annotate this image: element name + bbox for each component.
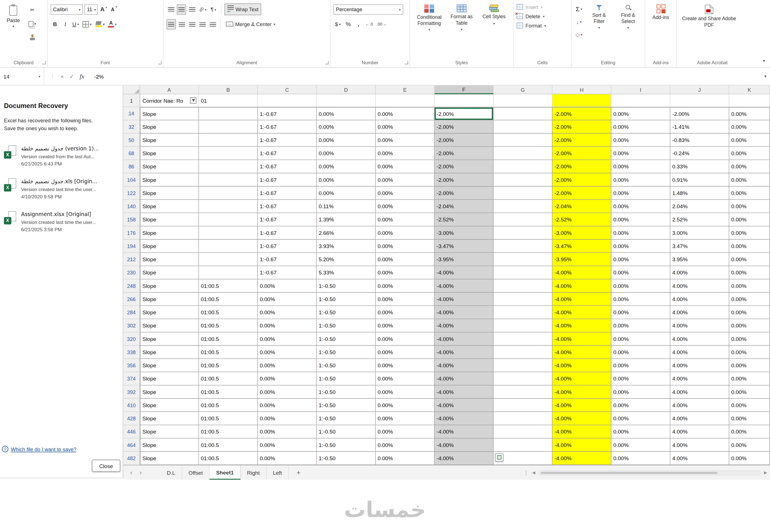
cell-D428[interactable]: 1:-0.50 (317, 412, 376, 425)
cell-C446[interactable]: 0.00% (258, 425, 317, 439)
cell-I374[interactable]: 0.00% (611, 372, 670, 386)
cell-I86[interactable]: 0.00% (611, 160, 670, 173)
cell-E356[interactable]: 0.00% (376, 359, 435, 372)
cell-J140[interactable]: 2.04% (670, 200, 729, 213)
cell-I1[interactable] (611, 94, 670, 107)
cell-G302[interactable] (494, 319, 553, 333)
cell-D392[interactable]: 1:-0.50 (317, 386, 376, 399)
cell-E266[interactable]: 0.00% (376, 293, 435, 306)
cell-A284[interactable]: Slope (140, 306, 199, 319)
row-header-464[interactable]: 464 (123, 439, 140, 452)
row-header-140[interactable]: 140 (123, 200, 140, 213)
cell-A338[interactable]: Slope (140, 346, 199, 359)
cell-J410[interactable]: 4.00% (670, 399, 729, 412)
cell-I140[interactable]: 0.00% (611, 200, 670, 213)
cell-G266[interactable] (494, 293, 553, 306)
cell-F86[interactable]: -2.00% (435, 160, 494, 173)
filter-dropdown-icon[interactable] (190, 97, 196, 104)
cell-A50[interactable]: Slope (140, 134, 199, 147)
cell-G140[interactable] (494, 200, 553, 213)
cell-styles-button[interactable]: Cell Styles ▾ (478, 3, 510, 31)
cell-C230[interactable]: 1:-0.67 (258, 266, 317, 279)
cell-C356[interactable]: 0.00% (258, 359, 317, 372)
cell-H194[interactable]: -3.47% (553, 240, 611, 253)
cell-C302[interactable]: 0.00% (258, 319, 317, 333)
cell-B338[interactable]: 01:00.5 (199, 346, 258, 359)
cell-H50[interactable]: -2.00% (553, 134, 611, 147)
column-header-A[interactable]: A (140, 86, 199, 95)
cell-E140[interactable]: 0.00% (376, 200, 435, 213)
recovered-file-item[interactable]: XAssignment.xlsx [Original]Version creat… (4, 211, 119, 232)
row-header-446[interactable]: 446 (123, 425, 140, 439)
align-center-button[interactable] (177, 19, 186, 29)
cell-K68[interactable]: 0.00% (729, 147, 770, 160)
cell-C392[interactable]: 0.00% (258, 386, 317, 399)
cell-C320[interactable]: 0.00% (258, 333, 317, 346)
row-header-50[interactable]: 50 (123, 134, 140, 147)
cell-K212[interactable]: 0.00% (729, 253, 770, 266)
increase-decimal-button[interactable]: ←.0 (365, 19, 374, 29)
cell-G230[interactable] (494, 266, 553, 279)
cell-K50[interactable]: 0.00% (729, 134, 770, 147)
cell-H284[interactable]: -4.00% (553, 306, 611, 319)
cell-I464[interactable]: 0.00% (611, 439, 670, 452)
row-header-248[interactable]: 248 (123, 279, 140, 293)
cell-G158[interactable] (494, 213, 553, 226)
cell-B374[interactable]: 01:00.5 (199, 372, 258, 386)
cell-G122[interactable] (494, 187, 553, 200)
column-header-K[interactable]: K (729, 86, 770, 95)
cell-F338[interactable]: -4.00% (435, 346, 494, 359)
cell-C248[interactable]: 0.00% (258, 279, 317, 293)
cell-G212[interactable] (494, 253, 553, 266)
recovered-file-item[interactable]: Xجدول تصميم خلطة (version 1)...Version c… (4, 145, 119, 166)
cell-A302[interactable]: Slope (140, 319, 199, 333)
dialog-launcher-icon[interactable] (158, 61, 162, 64)
scrollbar-thumb[interactable] (540, 472, 717, 474)
cell-I194[interactable]: 0.00% (611, 240, 670, 253)
cell-C1[interactable] (258, 94, 317, 107)
sheet-tab-left[interactable]: Left (267, 465, 289, 480)
column-header-F[interactable]: F (435, 86, 494, 95)
column-header-H[interactable]: H (553, 86, 611, 95)
cell-E122[interactable]: 0.00% (376, 187, 435, 200)
cell-I14[interactable]: 0.00% (611, 107, 670, 120)
cell-D302[interactable]: 1:-0.50 (317, 319, 376, 333)
increase-font-size-button[interactable]: A▴ (99, 4, 108, 15)
format-painter-button[interactable] (27, 33, 37, 43)
cell-C68[interactable]: 1:-0.67 (258, 147, 317, 160)
cell-B356[interactable]: 01:00.5 (199, 359, 258, 372)
fill-color-button[interactable]: ▾ (94, 19, 106, 29)
cell-J32[interactable]: -1.41% (670, 120, 729, 134)
new-sheet-button[interactable]: + (289, 465, 308, 480)
cell-B392[interactable]: 01:00.5 (199, 386, 258, 399)
cell-F176[interactable]: -3.00% (435, 226, 494, 240)
comma-style-button[interactable]: , (354, 19, 363, 29)
cell-A122[interactable]: Slope (140, 187, 199, 200)
cell-H374[interactable]: -4.00% (553, 372, 611, 386)
cell-H212[interactable]: -3.95% (553, 253, 611, 266)
cell-D194[interactable]: 3.93% (317, 240, 376, 253)
cell-I284[interactable]: 0.00% (611, 306, 670, 319)
copy-button[interactable]: ▾ (27, 19, 37, 29)
row-header-320[interactable]: 320 (123, 333, 140, 346)
cell-D86[interactable]: 0.00% (317, 160, 376, 173)
cell-I158[interactable]: 0.00% (611, 213, 670, 226)
scroll-right-icon[interactable]: ▶ (764, 471, 767, 475)
cell-B446[interactable]: 01:00.5 (199, 425, 258, 439)
cell-H266[interactable]: -4.00% (553, 293, 611, 306)
cell-E302[interactable]: 0.00% (376, 319, 435, 333)
cell-B230[interactable] (199, 266, 258, 279)
cell-J194[interactable]: 3.47% (670, 240, 729, 253)
cell-H104[interactable]: -2.00% (553, 173, 611, 187)
cell-H158[interactable]: -2.52% (553, 213, 611, 226)
cell-E428[interactable]: 0.00% (376, 412, 435, 425)
row-header-86[interactable]: 86 (123, 160, 140, 173)
cell-K176[interactable]: 0.00% (729, 226, 770, 240)
cell-D464[interactable]: 1:-0.50 (317, 439, 376, 452)
cell-H482[interactable]: -4.00% (553, 452, 611, 465)
cell-I122[interactable]: 0.00% (611, 187, 670, 200)
cell-H86[interactable]: -2.00% (553, 160, 611, 173)
cell-I212[interactable]: 0.00% (611, 253, 670, 266)
cell-A212[interactable]: Slope (140, 253, 199, 266)
cell-K284[interactable]: 0.00% (729, 306, 770, 319)
